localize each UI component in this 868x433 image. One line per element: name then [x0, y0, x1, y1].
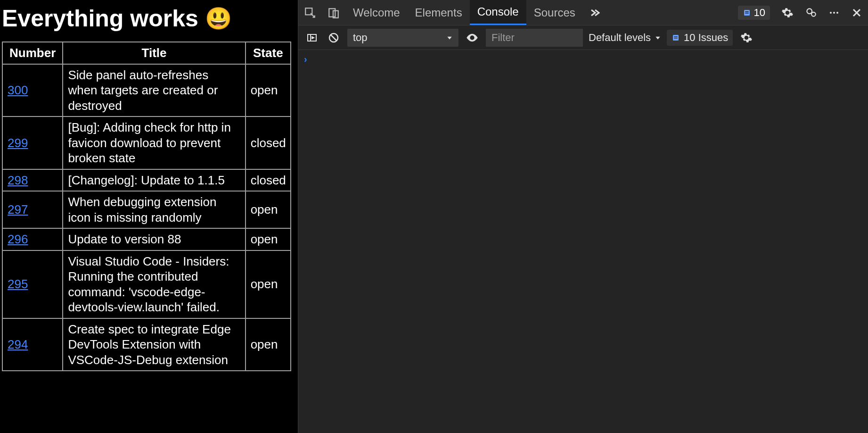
live-expression-icon[interactable]	[464, 30, 480, 46]
svg-point-9	[833, 12, 835, 14]
issue-title-cell: Create spec to integrate Edge DevTools E…	[63, 318, 245, 371]
issue-number-link[interactable]: 294	[8, 337, 28, 351]
page-heading-text: Everything works	[2, 5, 198, 32]
issues-badge-count: 10	[754, 7, 765, 19]
table-row: 300Side panel auto-refreshes when target…	[2, 64, 291, 117]
issue-number-link[interactable]: 295	[8, 277, 28, 291]
table-row: 295Visual Studio Code - Insiders: Runnin…	[2, 250, 291, 318]
svg-rect-1	[329, 8, 335, 17]
issues-link-label: 10 Issues	[684, 32, 728, 44]
console-toolbar: top Default levels 10 Issues	[298, 25, 868, 50]
console-output[interactable]: ›	[298, 50, 868, 433]
issue-title-cell: Side panel auto-refreshes when targets a…	[63, 64, 245, 117]
issue-state-cell: open	[246, 250, 291, 318]
issue-number-link[interactable]: 299	[8, 136, 28, 150]
table-row: 299[Bug]: Adding check for http in favic…	[2, 117, 291, 169]
issues-table: Number Title State 300Side panel auto-re…	[2, 42, 291, 371]
more-tabs-icon[interactable]	[583, 0, 606, 25]
tab-sources[interactable]: Sources	[526, 0, 583, 25]
issue-state-cell: open	[246, 64, 291, 117]
close-devtools-icon[interactable]	[845, 0, 868, 25]
svg-rect-15	[674, 36, 678, 37]
issue-state-cell: open	[246, 318, 291, 371]
devtools-panel: Welcome Elements Console Sources 10	[298, 0, 868, 433]
issue-state-cell: closed	[246, 117, 291, 169]
col-header-number: Number	[2, 42, 63, 64]
webpage-pane: Everything works 😃 Number Title State 30…	[0, 0, 298, 433]
chevron-down-icon	[446, 34, 453, 41]
issue-state-cell: closed	[246, 169, 291, 192]
inspect-element-icon[interactable]	[298, 0, 322, 25]
chevron-down-icon	[655, 34, 661, 41]
smile-emoji-icon: 😃	[205, 6, 232, 31]
issue-number-link[interactable]: 297	[8, 202, 28, 216]
issue-title-cell: Visual Studio Code - Insiders: Running t…	[63, 250, 245, 318]
tab-console[interactable]: Console	[470, 0, 526, 25]
issues-badge-icon	[743, 8, 751, 17]
issue-state-cell: open	[246, 228, 291, 250]
table-row: 296Update to version 88open	[2, 228, 291, 250]
tab-label: Console	[477, 5, 519, 18]
device-toolbar-icon[interactable]	[322, 0, 345, 25]
tab-label: Elements	[415, 6, 462, 19]
tab-elements[interactable]: Elements	[408, 0, 470, 25]
more-menu-icon[interactable]	[823, 0, 845, 25]
svg-point-13	[471, 36, 474, 39]
svg-rect-4	[745, 11, 749, 12]
filter-input[interactable]	[486, 29, 583, 47]
table-header-row: Number Title State	[2, 42, 291, 64]
issues-badge[interactable]: 10	[732, 0, 776, 25]
svg-point-8	[830, 12, 832, 14]
context-select-value: top	[353, 32, 368, 44]
toggle-sidebar-icon[interactable]	[304, 30, 320, 46]
svg-point-10	[836, 12, 838, 14]
page-heading: Everything works 😃	[2, 5, 298, 32]
tab-label: Welcome	[353, 6, 400, 19]
devtools-tabstrip: Welcome Elements Console Sources 10	[298, 0, 868, 25]
execution-context-select[interactable]: top	[347, 29, 459, 47]
tab-label: Sources	[534, 6, 575, 19]
svg-rect-5	[745, 13, 749, 14]
col-header-state: State	[246, 42, 291, 64]
console-prompt-icon: ›	[304, 54, 307, 64]
clear-console-icon[interactable]	[326, 30, 342, 46]
issue-title-cell: When debugging extension icon is missing…	[63, 191, 245, 228]
settings-icon[interactable]	[776, 0, 799, 25]
col-header-title: Title	[63, 42, 245, 64]
issue-state-cell: open	[246, 191, 291, 228]
issues-link-icon	[671, 33, 680, 42]
log-levels-select[interactable]: Default levels	[589, 32, 661, 44]
log-levels-label: Default levels	[589, 32, 651, 44]
svg-rect-16	[674, 38, 678, 39]
issue-number-link[interactable]: 300	[8, 83, 28, 97]
svg-point-6	[807, 8, 812, 14]
table-row: 298[Changelog]: Update to 1.1.5closed	[2, 169, 291, 192]
table-row: 297When debugging extension icon is miss…	[2, 191, 291, 228]
console-settings-icon[interactable]	[738, 30, 754, 46]
table-row: 294Create spec to integrate Edge DevTool…	[2, 318, 291, 371]
tab-welcome[interactable]: Welcome	[345, 0, 408, 25]
svg-point-7	[811, 12, 816, 16]
issue-title-cell: [Bug]: Adding check for http in favicon …	[63, 117, 245, 169]
feedback-icon[interactable]	[799, 0, 823, 25]
issue-number-link[interactable]: 298	[8, 173, 28, 187]
issue-title-cell: Update to version 88	[63, 228, 245, 250]
issue-number-link[interactable]: 296	[8, 232, 28, 246]
issue-title-cell: [Changelog]: Update to 1.1.5	[63, 169, 245, 192]
issues-link[interactable]: 10 Issues	[667, 30, 733, 46]
